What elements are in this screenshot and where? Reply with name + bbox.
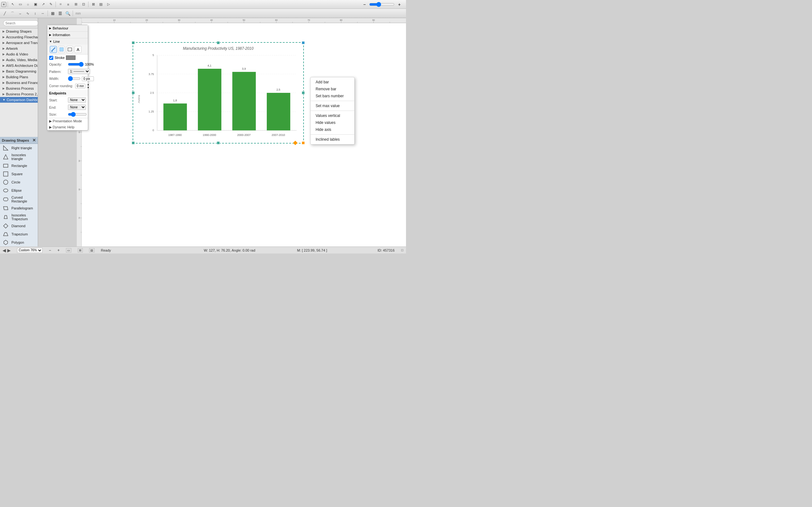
zoom-minus-icon[interactable]: − xyxy=(49,248,51,252)
menu-button[interactable]: ≡ xyxy=(1,2,6,7)
rect-tool[interactable]: ▭ xyxy=(17,1,24,8)
shape-isosceles-trapezium[interactable]: Isosceles Trapezium xyxy=(0,212,38,222)
selection-handle-bm[interactable] xyxy=(217,141,220,145)
sidebar-item-business-finance[interactable]: ▶Business and Finance xyxy=(0,80,38,86)
page-prev-btn[interactable]: ◀ xyxy=(3,248,6,253)
corner-rounding-input[interactable] xyxy=(75,83,85,89)
tab-fill[interactable] xyxy=(58,46,65,53)
shape-polygon[interactable]: Polygon xyxy=(0,238,38,246)
menu-set-bars-number[interactable]: Set bars number xyxy=(310,93,354,100)
menu-add-bar[interactable]: Add bar xyxy=(310,78,354,86)
size-slider[interactable] xyxy=(68,112,87,117)
arrow-tool[interactable]: ↗ xyxy=(40,1,47,8)
line-header[interactable]: ▼ Line xyxy=(47,38,88,45)
information-header[interactable]: ▶ Information xyxy=(47,32,88,38)
sidebar-item-building-plans[interactable]: ▶Building Plans xyxy=(0,74,38,80)
shape-ellipse[interactable]: Ellipse xyxy=(0,186,38,194)
zoom-select[interactable]: Custom 76% 50% 75% 100% 150% 200% xyxy=(17,248,43,253)
stroke-color-swatch[interactable] xyxy=(66,55,75,60)
start-select[interactable]: None Arrow Circle xyxy=(68,97,86,103)
menu-values-vertical[interactable]: Values vertical xyxy=(310,112,354,119)
icon-grid[interactable]: ⊞ xyxy=(49,10,56,17)
sidebar-item-accounting[interactable]: ▶Accounting Flowcharts xyxy=(0,34,38,40)
width-value-input[interactable] xyxy=(82,76,94,81)
stroke-checkbox-label[interactable]: Stroke xyxy=(49,56,65,60)
shape-curved-rectangle[interactable]: Curved Rectangle xyxy=(0,194,38,204)
view-normal-btn[interactable]: ▭ xyxy=(66,248,71,252)
search-input[interactable] xyxy=(3,20,38,26)
connector-tool[interactable]: ↕ xyxy=(32,10,39,17)
corner-down-btn[interactable]: ▼ xyxy=(87,86,90,89)
shape-circle[interactable]: Circle xyxy=(0,178,38,186)
shape-right-triangle[interactable]: Right triangle xyxy=(0,144,38,152)
select-tool[interactable]: ↖ xyxy=(9,1,16,8)
ellipse-tool[interactable]: ○ xyxy=(24,1,32,8)
group-tool[interactable]: ⌗ xyxy=(57,1,64,8)
sidebar-item-basic-diagramming[interactable]: ▶Basic Diagramming xyxy=(0,68,38,74)
width-slider[interactable] xyxy=(68,76,81,81)
bezier-tool[interactable]: ∿ xyxy=(24,10,31,17)
zoom-plus-icon[interactable]: + xyxy=(57,248,60,252)
chart-element[interactable]: Manufacturing Productivity US, 1987-2010… xyxy=(133,42,304,144)
menu-hide-values[interactable]: Hide values xyxy=(310,119,354,126)
corner-up-btn[interactable]: ▲ xyxy=(87,83,90,86)
selection-handle-tl[interactable] xyxy=(132,41,135,44)
distribute-tool[interactable]: ⊞ xyxy=(72,1,79,8)
view-page-btn[interactable]: ▤ xyxy=(89,248,95,252)
shape-trapezium[interactable]: Trapezium xyxy=(0,230,38,238)
pen-tool[interactable]: ✎ xyxy=(47,1,54,8)
sidebar-item-business-process[interactable]: ▶Business Process xyxy=(0,86,38,91)
canvas-area[interactable]: 10 20 30 40 50 60 70 80 90 xyxy=(77,18,406,246)
shape-square[interactable]: Square xyxy=(0,170,38,178)
resize-corner-icon[interactable]: ⊡ xyxy=(401,248,403,252)
shape-isosceles-triangle[interactable]: Isosceles triangle xyxy=(0,152,38,162)
end-select[interactable]: None Arrow Circle xyxy=(68,105,86,110)
line-tool[interactable]: ╱ xyxy=(1,10,8,17)
zoom-in-btn[interactable]: + xyxy=(396,1,403,8)
icon-list[interactable]: ☰ xyxy=(57,10,64,17)
tab-line-color[interactable] xyxy=(50,46,57,53)
view-fit-btn[interactable]: ⊞ xyxy=(78,248,83,252)
zoom-out-btn[interactable]: − xyxy=(361,1,368,8)
pattern-select[interactable]: 1: ───── 2: ─ ─ ─ 3: ··· xyxy=(68,69,90,74)
stroke-checkbox[interactable] xyxy=(49,56,53,60)
sidebar-item-audio-video[interactable]: ▶Audio & Video xyxy=(0,51,38,57)
page-next-btn[interactable]: ▶ xyxy=(7,248,11,253)
grid-tool[interactable]: ▣ xyxy=(32,1,39,8)
ortho-tool[interactable]: ↔ xyxy=(39,10,46,17)
behaviour-header[interactable]: ▶ Behaviour xyxy=(47,25,88,32)
tab-shape[interactable] xyxy=(66,46,73,53)
sidebar-item-artwork[interactable]: ▶Artwork xyxy=(0,46,38,51)
sidebar-item-comparison-dashboard[interactable]: ▼Comparison Dashboard xyxy=(0,97,38,103)
menu-remove-bar[interactable]: Remove bar xyxy=(310,86,354,93)
selection-handle-br[interactable] xyxy=(302,141,305,145)
sidebar-item-audio-video-media[interactable]: ▶Audio, Video, Media xyxy=(0,57,38,63)
more-tool[interactable]: ⊡ xyxy=(80,1,87,8)
sidebar-item-drawing-shapes[interactable]: ▶Drawing Shapes xyxy=(0,29,38,34)
shape-diamond[interactable]: Diamond xyxy=(0,222,38,230)
flow-tool[interactable]: ⊠ xyxy=(90,1,97,8)
selection-handle-tm[interactable] xyxy=(217,41,220,44)
menu-inclined-labels[interactable]: Inclined lables xyxy=(310,136,354,143)
sidebar-item-business-process-20[interactable]: ▶Business Process 2,0 xyxy=(0,91,38,97)
tab-text[interactable]: A xyxy=(74,46,82,53)
selection-handle-tr[interactable] xyxy=(302,41,305,44)
selection-handle-bl[interactable] xyxy=(132,141,135,145)
shape-rectangle[interactable]: Rectangle xyxy=(0,162,38,170)
presentation-mode-item[interactable]: ▶ Presentation Mode xyxy=(47,118,88,124)
selection-handle-mr[interactable] xyxy=(302,91,305,95)
search-icon-btn[interactable]: 🔍 xyxy=(64,10,71,17)
align-tool[interactable]: ≡ xyxy=(65,1,72,8)
zoom-slider[interactable] xyxy=(369,2,395,7)
canvas-content[interactable]: Manufacturing Productivity US, 1987-2010… xyxy=(82,23,406,246)
sidebar-item-aerospace[interactable]: ▶Aerospace and Transport xyxy=(0,40,38,46)
opacity-slider[interactable] xyxy=(68,62,84,67)
arc-tool[interactable]: ⌒ xyxy=(9,10,16,17)
menu-set-max-value[interactable]: Set max value xyxy=(310,102,354,109)
sidebar-item-aws[interactable]: ▶AWS Architecture Diagrams xyxy=(0,63,38,68)
close-drawing-shapes-icon[interactable]: ✕ xyxy=(32,138,36,143)
selection-handle-ml[interactable] xyxy=(132,91,135,95)
table-tool[interactable]: ▤ xyxy=(97,1,104,8)
shape-parallelogram[interactable]: Parallelogram xyxy=(0,204,38,212)
chart-tool[interactable]: ▷ xyxy=(105,1,112,8)
